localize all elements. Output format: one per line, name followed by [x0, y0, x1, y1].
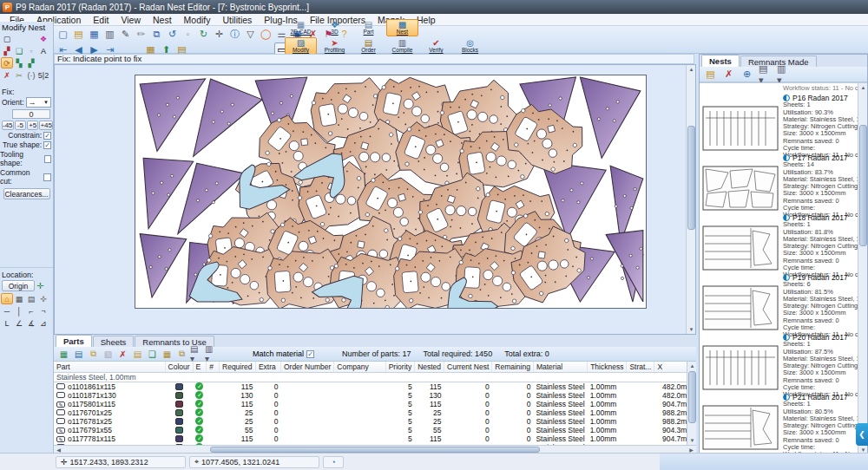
column-header-company[interactable]: Company [334, 362, 385, 372]
snap-icon[interactable]: ✛ [212, 27, 227, 41]
nest-list-item[interactable]: P21 Radan 2017Sheets: 1Utilisation: 80.5… [700, 393, 867, 453]
table-row[interactable]: ✎o1176791x55✓55055500Stainless Steel1.00… [54, 426, 696, 434]
print-icon[interactable]: ▥ [102, 27, 117, 41]
material-group-row[interactable]: Stainless Steel, 1.00mm [54, 372, 696, 382]
scroll-down-icon[interactable]: ▼ [687, 325, 696, 334]
export-part-icon[interactable]: ⧉ [175, 348, 188, 360]
scroll-down-icon[interactable]: ▼ [687, 436, 696, 445]
free-snap-tool[interactable]: ✜ [37, 293, 49, 304]
nest-list[interactable]: Workflow status: 11 - No cutt... P16 Rad… [700, 82, 867, 454]
ghost-part-icon[interactable]: ▧ [102, 348, 115, 360]
delete-nest-icon[interactable]: ✗ [721, 68, 736, 82]
corner1-tool[interactable]: ⌐ [25, 305, 37, 317]
table-row[interactable]: o1101861x115✓1150511500Stainless Steel1.… [54, 382, 696, 391]
grid-part-icon[interactable]: ▦ [161, 348, 174, 360]
angle-step-button-minus45[interactable]: -45 [2, 121, 14, 130]
checkbox-commoncut[interactable] [43, 173, 51, 181]
seq-tool[interactable]: ▚ [13, 57, 25, 69]
pen-icon[interactable]: ✏ [134, 27, 148, 41]
nest-list-item[interactable]: P20 Radan 2017Sheets: 1Utilisation: 87.5… [700, 333, 867, 393]
column-header-priority[interactable]: Priority [385, 362, 414, 372]
column-header-strat---[interactable]: Strat... [627, 362, 654, 372]
angle-step-button-plus5[interactable]: +5 [27, 121, 38, 130]
open-nest-icon[interactable]: ▤ [703, 68, 718, 82]
mode-order-button[interactable]: ▤Order [352, 37, 385, 55]
nest-list-item[interactable]: P19 Radan 2017Sheets: 6Utilisation: 81.5… [700, 273, 867, 333]
orient-tool[interactable]: ⟳ [1, 57, 13, 69]
lpoint-tool[interactable]: L [1, 317, 13, 329]
angle3-tool[interactable]: ⊿ [37, 317, 49, 329]
locate-nest-icon[interactable]: ⊕ [740, 68, 754, 82]
copy-icon[interactable]: ⧉ [149, 27, 164, 41]
nest-list-item[interactable]: P18 Radan 2017Sheets: 1Utilisation: 81.8… [700, 213, 867, 273]
table-row[interactable]: o1101871x130✓1300513000Stainless Steel1.… [54, 391, 696, 400]
menu-item-utilities[interactable]: Utilities [217, 15, 259, 25]
angle-input[interactable]: 0 [12, 109, 50, 119]
unnest-tool[interactable]: ✂ [13, 69, 25, 81]
menu-item-edit[interactable]: Edit [87, 15, 115, 25]
delete-part-icon[interactable]: ✗ [116, 348, 129, 360]
mode-compile-button[interactable]: ▥Compile [386, 37, 418, 55]
refresh-icon[interactable]: ↻ [196, 27, 211, 41]
column-header-colour[interactable]: Colour [165, 362, 193, 372]
tab-nests[interactable]: Nests [701, 55, 740, 67]
mode-blocks-button[interactable]: ◎Blocks [454, 37, 486, 55]
view-a-icon[interactable]: ▤ ▾ [190, 348, 203, 360]
menu-item-modify[interactable]: Modify [178, 15, 217, 25]
angle2-tool[interactable]: ∡ [25, 317, 37, 329]
rotate-tool[interactable]: (·) [25, 69, 37, 81]
column-header-required[interactable]: Required [220, 362, 256, 372]
bump-tool[interactable]: ▞ [25, 57, 37, 69]
column-header-nested[interactable]: Nested [415, 362, 444, 372]
angle-step-button-minus5[interactable]: -5 [15, 121, 26, 130]
info-icon[interactable]: ⓘ [227, 27, 242, 41]
import-part-icon[interactable]: ▤ [72, 348, 85, 360]
canvas-vertical-scrollbar[interactable]: ▲ ▼ [686, 65, 695, 334]
nest-list-item[interactable]: P16 Radan 2017Sheets: 1Utilisation: 90.3… [700, 94, 867, 153]
clearances-button[interactable]: Clearances... [3, 188, 50, 199]
column-header-extra[interactable]: Extra [255, 362, 280, 372]
grid-snap-tool[interactable]: ▦ [13, 293, 25, 304]
orient-dropdown[interactable]: →▼ [26, 97, 51, 108]
angle1-tool[interactable]: ∠ [13, 317, 25, 329]
nest-sheet[interactable] [135, 75, 647, 309]
home-snap-tool[interactable]: ⌂ [1, 293, 13, 304]
column-header-e[interactable]: E [193, 362, 207, 372]
grid2-snap-tool[interactable]: ▤ [25, 293, 37, 304]
swap-tool[interactable]: 5|2 [37, 69, 49, 81]
vline-tool[interactable]: │ [13, 305, 25, 317]
menu-item-nest[interactable]: Nest [147, 15, 178, 25]
match-material-checkbox[interactable]: ✓ [306, 350, 314, 358]
pair-tool[interactable]: ▞ [1, 45, 13, 56]
zone-icon[interactable]: ◯ [259, 27, 273, 41]
mode-2dcad-button[interactable]: ▦2D CAD [285, 19, 317, 36]
filter-icon[interactable]: ▽ [243, 27, 258, 41]
scroll-up-icon[interactable]: ▲ [687, 362, 696, 370]
select-tool[interactable]: ▢ [1, 33, 13, 44]
dot-icon[interactable]: ◦ [181, 27, 195, 41]
mode-profiling-button[interactable]: ➤Profiling [319, 37, 351, 55]
draw-icon[interactable]: ✎ [118, 27, 133, 41]
undo-icon[interactable]: ↺ [165, 27, 180, 41]
mode-nest-button[interactable]: ▩Nest [386, 19, 418, 36]
column-header-material[interactable]: Material [533, 362, 587, 372]
new-icon[interactable]: ▢ [56, 27, 70, 41]
mode-modify-button[interactable]: ▨Modify [285, 37, 317, 55]
nest-list-item[interactable]: P17 Radan 2017Sheets: 14Utilisation: 83.… [700, 153, 867, 213]
magenta-part-tool[interactable]: ❖ [37, 33, 49, 44]
parts-table[interactable]: PartColourE#RequiredExtraOrder NumberCom… [54, 362, 696, 445]
mode-3d-button[interactable]: ❖3D [319, 19, 351, 36]
scroll-up-icon[interactable]: ▲ [687, 65, 696, 74]
checkbox-toolingshape[interactable] [44, 155, 51, 163]
nest-vertical-scrollbar[interactable]: ▲ ▼ [858, 83, 867, 454]
scroll-up-icon[interactable]: ▲ [858, 83, 867, 92]
text-tool[interactable]: A [37, 45, 49, 56]
green-part-tool[interactable]: ❑ [13, 45, 25, 56]
column-header-part[interactable]: Part [54, 362, 165, 372]
remote-support-badge[interactable]: ❮ [856, 423, 868, 446]
tab-parts[interactable]: Parts [56, 335, 92, 347]
mode-verify-button[interactable]: ✔Verify [420, 37, 452, 55]
column-header-thickness[interactable]: Thickness [588, 362, 627, 372]
origin-snap-icon[interactable]: ✛ [36, 281, 43, 290]
add-part-icon[interactable]: ▦ [57, 348, 70, 360]
